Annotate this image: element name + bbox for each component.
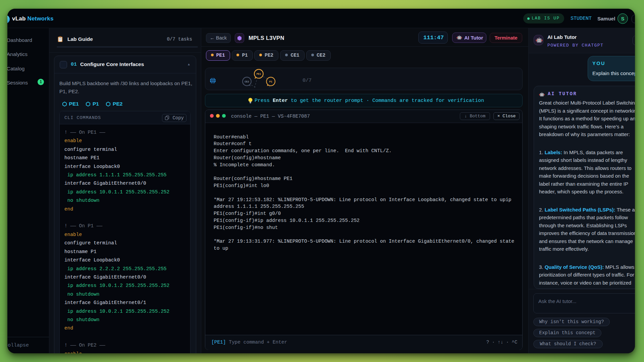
svg-text:CE2: CE2 [245, 80, 249, 83]
svg-text:PE1: PE1 [257, 73, 261, 75]
svg-text:P1: P1 [269, 80, 273, 83]
